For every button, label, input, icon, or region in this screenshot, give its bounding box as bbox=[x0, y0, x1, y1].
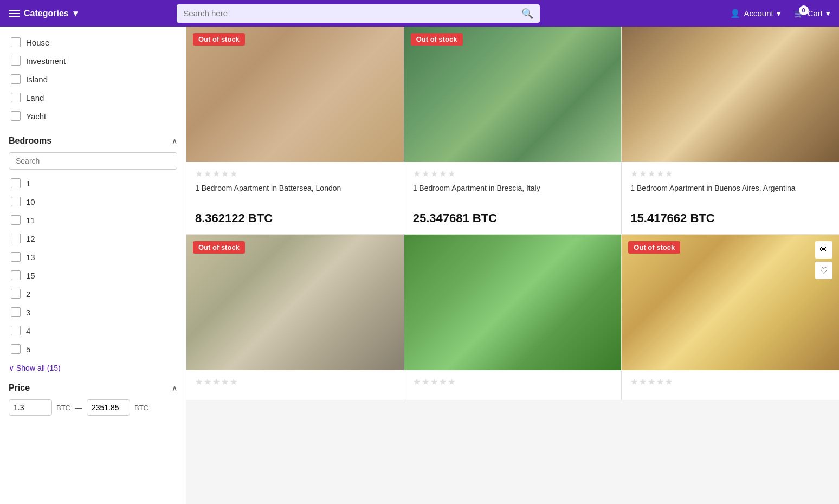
bedroom-10-label: 10 bbox=[26, 197, 35, 206]
bedroom-option-5[interactable]: 5 bbox=[9, 340, 177, 358]
bedroom-option-3[interactable]: 3 bbox=[9, 303, 177, 321]
price-max-input[interactable] bbox=[87, 399, 130, 416]
investment-checkbox[interactable] bbox=[11, 56, 21, 66]
sidebar-item-island[interactable]: Island bbox=[9, 70, 177, 88]
price-dash: — bbox=[75, 403, 82, 412]
bedroom-4-checkbox[interactable] bbox=[11, 326, 21, 335]
product-card-2[interactable]: Out of stock ★ ★ ★ ★ ★ 1 Bedroom Apartme… bbox=[404, 27, 622, 234]
bedroom-option-1[interactable]: 1 bbox=[9, 174, 177, 192]
star-5: ★ bbox=[230, 169, 237, 179]
star-rating-5: ★ ★ ★ ★ ★ bbox=[413, 377, 613, 387]
star-1: ★ bbox=[413, 169, 421, 179]
product-info-4: ★ ★ ★ ★ ★ bbox=[186, 370, 404, 400]
price-min-input[interactable] bbox=[9, 399, 52, 416]
bedroom-15-checkbox[interactable] bbox=[11, 270, 21, 280]
out-of-stock-badge-2: Out of stock bbox=[411, 33, 463, 46]
star-rating-6: ★ ★ ★ ★ ★ bbox=[630, 377, 830, 387]
bedrooms-title: Bedrooms bbox=[9, 136, 51, 146]
product-price-1: 8.362122 BTC bbox=[195, 211, 395, 225]
product-info-1: ★ ★ ★ ★ ★ 1 Bedroom Apartment in Batters… bbox=[186, 162, 404, 234]
price-inputs: BTC — BTC bbox=[9, 399, 177, 416]
header: Categories ▾ 🔍 👤 Account ▾ 🛒 0 Cart ▾ bbox=[0, 0, 839, 27]
yacht-checkbox[interactable] bbox=[11, 111, 21, 121]
land-checkbox[interactable] bbox=[11, 93, 21, 102]
product-card-6[interactable]: Out of stock 👁 ♡ ★ ★ ★ bbox=[622, 235, 839, 400]
island-checkbox[interactable] bbox=[11, 74, 21, 84]
product-name-3: 1 Bedroom Apartment in Buenos Aires, Arg… bbox=[630, 183, 830, 205]
view-button-6[interactable]: 👁 bbox=[815, 241, 832, 259]
categories-menu-button[interactable]: Categories ▾ bbox=[9, 8, 78, 18]
bedrooms-section: Bedrooms ∧ 1 10 11 12 13 bbox=[9, 136, 177, 372]
bedroom-5-checkbox[interactable] bbox=[11, 344, 21, 354]
bedroom-4-label: 4 bbox=[26, 326, 30, 335]
bedroom-5-label: 5 bbox=[26, 345, 30, 354]
star-4: ★ bbox=[656, 377, 664, 387]
star-1: ★ bbox=[630, 169, 638, 179]
price-title: Price bbox=[9, 383, 30, 393]
product-card-5[interactable]: ★ ★ ★ ★ ★ bbox=[404, 235, 622, 400]
product-card-4[interactable]: Out of stock ★ ★ ★ ★ ★ bbox=[186, 235, 404, 400]
bedroom-12-checkbox[interactable] bbox=[11, 234, 21, 243]
star-5: ★ bbox=[230, 377, 237, 387]
house-label: House bbox=[26, 38, 49, 47]
price-collapse-icon[interactable]: ∧ bbox=[172, 384, 177, 392]
star-3: ★ bbox=[212, 377, 220, 387]
bedroom-option-10[interactable]: 10 bbox=[9, 192, 177, 211]
price-header: Price ∧ bbox=[9, 383, 177, 393]
product-card-3[interactable]: ★ ★ ★ ★ ★ 1 Bedroom Apartment in Buenos … bbox=[622, 27, 839, 234]
product-image-1 bbox=[186, 27, 404, 162]
star-4: ★ bbox=[221, 169, 229, 179]
bedroom-13-label: 13 bbox=[26, 253, 35, 262]
product-card-1[interactable]: Out of stock ★ ★ ★ ★ ★ 1 Bedroom Apartme… bbox=[186, 27, 404, 234]
account-button[interactable]: 👤 Account ▾ bbox=[730, 9, 780, 18]
bedroom-option-11[interactable]: 11 bbox=[9, 211, 177, 229]
product-image-wrap-6: Out of stock 👁 ♡ bbox=[622, 235, 839, 370]
bedroom-1-label: 1 bbox=[26, 179, 30, 188]
product-action-icons-6: 👁 ♡ bbox=[815, 241, 832, 279]
wishlist-button-6[interactable]: ♡ bbox=[815, 262, 832, 279]
bedroom-2-checkbox[interactable] bbox=[11, 289, 21, 299]
cart-wrap: 🛒 0 bbox=[794, 9, 804, 18]
cart-label: Cart bbox=[808, 9, 823, 18]
categories-chevron-icon: ▾ bbox=[73, 8, 78, 18]
search-button[interactable]: 🔍 bbox=[521, 8, 533, 20]
sidebar-item-investment[interactable]: Investment bbox=[9, 51, 177, 70]
bedroom-10-checkbox[interactable] bbox=[11, 197, 21, 206]
product-image-wrap-3 bbox=[622, 27, 839, 162]
bedroom-12-label: 12 bbox=[26, 234, 35, 243]
hamburger-icon bbox=[9, 10, 20, 17]
star-2: ★ bbox=[422, 169, 429, 179]
bedroom-11-checkbox[interactable] bbox=[11, 215, 21, 225]
star-rating-2: ★ ★ ★ ★ ★ bbox=[413, 169, 613, 179]
categories-label: Categories bbox=[24, 9, 69, 18]
out-of-stock-badge-4: Out of stock bbox=[193, 241, 245, 254]
bedroom-option-13[interactable]: 13 bbox=[9, 248, 177, 266]
bedroom-3-checkbox[interactable] bbox=[11, 307, 21, 317]
products-grid: Out of stock ★ ★ ★ ★ ★ 1 Bedroom Apartme… bbox=[186, 27, 839, 400]
account-chevron-icon: ▾ bbox=[777, 9, 781, 18]
show-all-chevron-icon: ∨ bbox=[9, 364, 14, 372]
bedroom-option-12[interactable]: 12 bbox=[9, 229, 177, 248]
heart-icon: ♡ bbox=[820, 266, 828, 276]
house-checkbox[interactable] bbox=[11, 37, 21, 47]
show-all-bedrooms-link[interactable]: ∨ Show all (15) bbox=[9, 364, 177, 372]
star-4: ★ bbox=[656, 169, 664, 179]
search-input[interactable] bbox=[183, 9, 521, 18]
bedroom-option-4[interactable]: 4 bbox=[9, 321, 177, 340]
sidebar-item-yacht[interactable]: Yacht bbox=[9, 107, 177, 125]
star-4: ★ bbox=[439, 169, 447, 179]
bedroom-option-15[interactable]: 15 bbox=[9, 266, 177, 285]
bedroom-13-checkbox[interactable] bbox=[11, 252, 21, 262]
cart-button[interactable]: 🛒 0 Cart ▾ bbox=[794, 9, 830, 18]
bedroom-option-2[interactable]: 2 bbox=[9, 285, 177, 303]
price-max-currency: BTC bbox=[134, 404, 149, 412]
bedrooms-collapse-icon[interactable]: ∧ bbox=[172, 137, 177, 145]
product-image-wrap-2: Out of stock bbox=[404, 27, 622, 162]
bedrooms-search-input[interactable] bbox=[9, 152, 177, 170]
star-4: ★ bbox=[221, 377, 229, 387]
sidebar-item-land[interactable]: Land bbox=[9, 88, 177, 107]
bedroom-1-checkbox[interactable] bbox=[11, 178, 21, 188]
sidebar-item-house[interactable]: House bbox=[9, 33, 177, 51]
star-3: ★ bbox=[212, 169, 220, 179]
product-image-3 bbox=[622, 27, 839, 162]
